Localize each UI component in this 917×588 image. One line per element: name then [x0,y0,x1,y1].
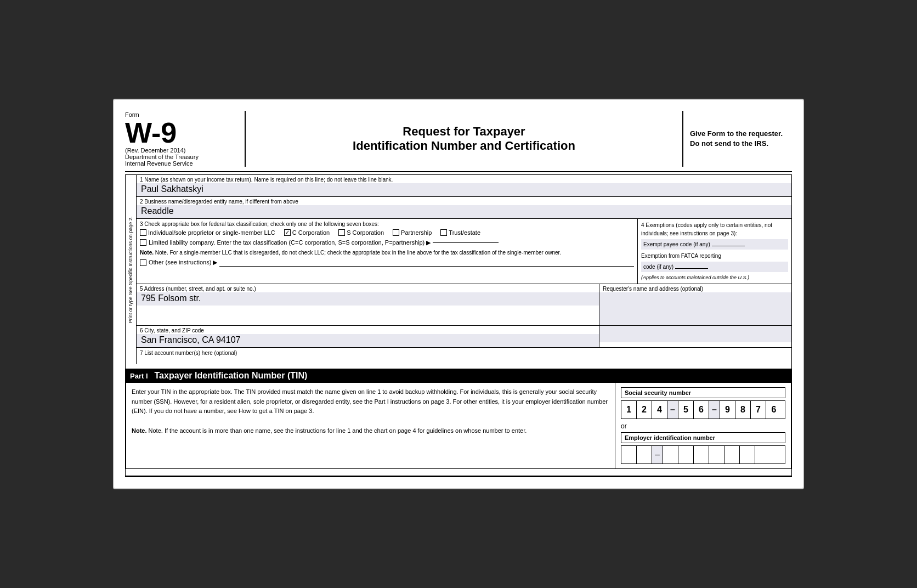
ssn-d5[interactable]: 6 [694,401,709,419]
s-corp-checkbox[interactable] [338,229,345,236]
individual-checkbox[interactable] [140,229,146,236]
or-text: or [621,422,785,430]
other-line[interactable] [219,259,634,267]
exempt-payee-label: Exempt payee code (if any) [643,241,710,247]
ssn-d1[interactable]: 1 [621,401,637,419]
ssn-d8[interactable]: 7 [751,401,766,419]
partnership-checkbox[interactable] [393,229,399,236]
llc-line[interactable] [433,242,499,243]
tax-options: Individual/sole proprietor or single-mem… [140,229,634,236]
llc-row: Limited liability company. Enter the tax… [140,239,634,246]
address-row: 5 Address (number, street, and apt. or s… [137,284,791,326]
c-corp-option[interactable]: C Corporation [284,229,330,236]
ssn-boxes: 1 2 4 – 5 6 – 9 8 7 6 [621,400,785,419]
individual-option[interactable]: Individual/sole proprietor or single-mem… [140,229,275,236]
ssn-d3[interactable]: 4 [652,401,667,419]
part1-label: Part I [130,372,148,380]
ein-d3[interactable] [663,446,678,463]
other-label: Other (see instructions) ▶ [149,259,217,266]
ein-d2[interactable] [637,446,652,463]
ein-d8[interactable] [740,446,755,463]
requester-section: Requester's name and address (optional) [599,284,791,325]
requester-value2[interactable] [599,326,791,342]
ein-dash1: – [652,446,663,463]
ein-d5[interactable] [694,446,709,463]
ssn-d6[interactable]: 9 [720,401,735,419]
field3-label: 3 Check appropriate box for federal tax … [140,221,634,227]
form-sub-title: Identification Number and Certification [257,139,671,153]
field4-label: 4 Exemptions (codes apply only to certai… [641,221,788,238]
ssn-dash1: – [667,401,678,419]
ein-label: Employer identification number [621,432,785,443]
part1-content: Enter your TIN in the appropriate box. T… [126,383,791,469]
form-number: W-9 [125,118,238,147]
fatca-input[interactable] [675,268,708,269]
part1-instructions: Enter your TIN in the appropriate box. T… [132,387,609,416]
part1-right: Social security number 1 2 4 – 5 6 – 9 8… [615,383,791,468]
sidebar-label: Print or type See Specific Instructions … [126,175,137,365]
ssn-d2[interactable]: 2 [637,401,652,419]
field7-row: 7 List account number(s) here (optional) [137,348,791,364]
s-corp-label: S Corporation [347,229,384,236]
note-text: Note. For a single-member LLC that is di… [155,250,561,256]
form-rev: (Rev. December 2014) [125,147,238,154]
ssn-d7[interactable]: 8 [735,401,751,419]
field1-value[interactable]: Paul Sakhatskyi [137,183,791,196]
field2-row: 2 Business name/disregarded entity name,… [137,197,791,219]
partnership-label: Partnership [401,229,432,236]
ssn-d9[interactable]: 6 [766,401,782,419]
form-main-title: Request for Taxpayer [257,125,671,139]
llc-checkbox[interactable] [140,239,146,246]
field6-value[interactable]: San Francisco, CA 94107 [137,334,599,347]
field6-label: 6 City, state, and ZIP code [137,326,599,334]
exemptions-section: 4 Exemptions (codes apply only to certai… [638,219,791,284]
give-note-text: Give Form to the requester. Do not send … [690,129,792,149]
tax-class-left: 3 Check appropriate box for federal tax … [137,219,638,284]
ein-d6[interactable] [709,446,724,463]
trust-label: Trust/estate [449,229,480,236]
part1-title: Taxpayer Identification Number (TIN) [155,371,308,381]
ein-d4[interactable] [678,446,694,463]
form-header: Form W-9 (Rev. December 2014) Department… [125,111,792,172]
s-corp-option[interactable]: S Corporation [338,229,384,236]
ssn-dash2: – [709,401,720,419]
trust-checkbox[interactable] [440,229,447,236]
city-left: 6 City, state, and ZIP code San Francisc… [137,326,599,347]
field2-value[interactable]: Readdle [137,205,791,218]
ein-d7[interactable] [724,446,740,463]
ein-d9[interactable] [755,446,771,463]
part1-note: Note. Note. If the account is in more th… [132,426,609,436]
form-w9: Form W-9 (Rev. December 2014) Department… [113,99,804,490]
field7-label: 7 List account number(s) here (optional) [140,350,237,356]
ssn-d4[interactable]: 5 [678,401,694,419]
fields-area: 1 Name (as shown on your income tax retu… [137,175,791,365]
ein-boxes: – [621,445,785,464]
requester-value[interactable] [599,292,791,325]
fatca-code-row: code (if any) [641,262,788,272]
sidebar-text: Print or type See Specific Instructions … [128,216,134,323]
other-row: Other (see instructions) ▶ [140,259,634,267]
partnership-option[interactable]: Partnership [393,229,432,236]
field1-row: 1 Name (as shown on your income tax retu… [137,175,791,197]
field5-value[interactable]: 795 Folsom str. [137,292,599,306]
requester-label: Requester's name and address (optional) [599,284,791,292]
other-checkbox[interactable] [140,259,146,266]
field1-label: 1 Name (as shown on your income tax retu… [137,175,791,183]
exempt-payee-input[interactable] [712,246,745,246]
c-corp-label: C Corporation [292,229,330,236]
c-corp-checkbox[interactable] [284,229,291,236]
form-dept2: Internal Revenue Service [125,160,238,167]
form-note-block: Give Form to the requester. Do not send … [682,111,792,167]
ein-d1[interactable] [621,446,637,463]
trust-option[interactable]: Trust/estate [440,229,480,236]
address-left: 5 Address (number, street, and apt. or s… [137,284,599,325]
city-row: 6 City, state, and ZIP code San Francisc… [137,326,791,348]
note-row: Note. Note. For a single-member LLC that… [140,248,634,257]
requester-continued [599,326,791,347]
form-dept1: Department of the Treasury [125,154,238,160]
fatca-label2: code (if any) [643,264,673,270]
part1-text: Enter your TIN in the appropriate box. T… [126,383,615,468]
tax-class-row: 3 Check appropriate box for federal tax … [137,219,791,285]
exempt-payee-row: Exempt payee code (if any) [641,239,788,250]
form-title-block: Request for Taxpayer Identification Numb… [246,111,682,167]
